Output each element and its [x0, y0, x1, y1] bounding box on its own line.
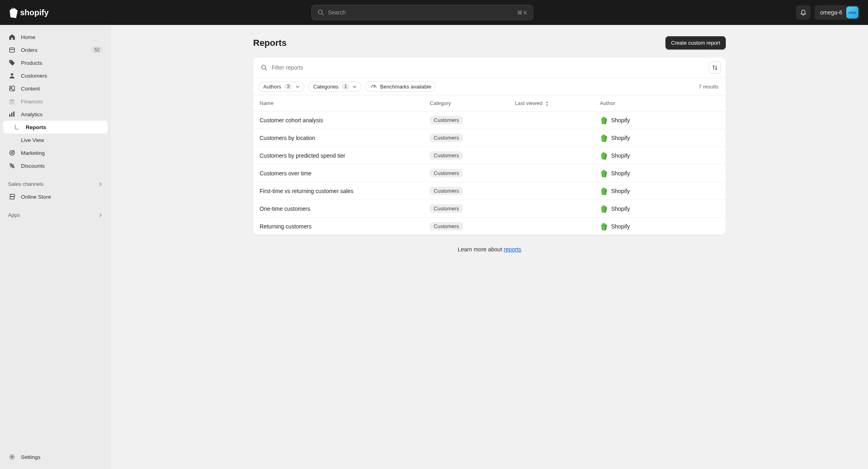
section-label: Apps [8, 212, 20, 218]
sidebar-item-label: Products [21, 60, 42, 66]
sidebar-item-label: Reports [26, 124, 46, 130]
shopify-bag-icon [8, 7, 18, 18]
sidebar-item-home[interactable]: Home [3, 31, 108, 43]
col-name[interactable]: Name [253, 95, 423, 111]
notifications-button[interactable] [796, 5, 811, 20]
sidebar-item-label: Online Store [21, 194, 51, 200]
svg-point-10 [11, 152, 13, 154]
products-icon [8, 59, 16, 67]
cell-name: Customers by location [253, 129, 423, 147]
filter-row [253, 58, 726, 78]
pill-label: Authors [263, 84, 281, 90]
table-row[interactable]: Customer cohort analysisCustomersShopify [253, 111, 726, 129]
section-label: Sales channels [8, 181, 43, 187]
cell-last-viewed [508, 165, 594, 182]
learn-link[interactable]: reports [504, 246, 521, 253]
search-icon [260, 64, 268, 71]
sidebar-item-analytics[interactable]: Analytics [3, 108, 108, 121]
cell-author: Shopify [594, 165, 726, 182]
cell-name: First-time vs returning customer sales [253, 182, 423, 200]
sidebar-item-finances[interactable]: Finances [3, 95, 108, 108]
svg-point-15 [262, 65, 266, 69]
sidebar-item-orders[interactable]: Orders 52 [3, 43, 108, 56]
shopify-badge-icon [600, 116, 607, 124]
create-report-button[interactable]: Create custom report [665, 36, 726, 49]
svg-rect-6 [9, 114, 10, 117]
content-icon [8, 84, 16, 93]
svg-point-5 [11, 87, 12, 88]
cell-last-viewed [508, 129, 594, 147]
sidebar-item-online-store[interactable]: Online Store [3, 190, 108, 203]
sidebar-item-content[interactable]: Content [3, 82, 108, 95]
cell-last-viewed [508, 200, 594, 218]
chevron-right-icon [98, 213, 103, 218]
cell-category: Customers [423, 129, 508, 147]
sidebar-section-sales-channels[interactable]: Sales channels [3, 178, 108, 190]
sidebar-item-label: Content [21, 86, 40, 92]
cell-name: Customer cohort analysis [253, 111, 423, 129]
results-count: 7 results [699, 84, 721, 90]
search-box[interactable]: ⌘ K [311, 5, 533, 20]
marketing-icon [8, 149, 16, 157]
table-row[interactable]: Customers over timeCustomersShopify [253, 165, 726, 182]
finances-icon [8, 97, 16, 105]
filter-input-wrap [258, 62, 706, 73]
sidebar-item-label: Settings [21, 454, 41, 460]
svg-line-1 [322, 14, 323, 15]
sidebar-item-label: Analytics [21, 111, 43, 117]
search-container: ⌘ K [49, 5, 796, 20]
col-category[interactable]: Category [423, 95, 508, 111]
svg-point-0 [318, 10, 322, 14]
sidebar-item-products[interactable]: Products [3, 56, 108, 69]
table-row[interactable]: One-time customersCustomersShopify [253, 200, 726, 218]
sidebar-item-live-view[interactable]: Live View [3, 134, 108, 146]
filter-input[interactable] [272, 62, 703, 73]
brand-text: shopify [20, 8, 49, 17]
top-header: shopify ⌘ K omega-6 ome [0, 0, 868, 25]
cell-category: Customers [423, 182, 508, 200]
cell-author: Shopify [594, 147, 726, 165]
col-author[interactable]: Author [594, 95, 726, 111]
sidebar-item-reports[interactable]: Reports [3, 121, 108, 134]
sort-button[interactable] [709, 62, 721, 74]
learn-prefix: Learn more about [458, 246, 504, 253]
account-button[interactable]: omega-6 ome [815, 5, 860, 20]
filter-categories[interactable]: Categories 1 [308, 82, 362, 92]
avatar: ome [846, 6, 858, 19]
discounts-icon [8, 162, 16, 170]
col-last-viewed[interactable]: Last viewed [508, 95, 594, 111]
brand-logo[interactable]: shopify [8, 7, 49, 18]
shopify-badge-icon [600, 169, 607, 177]
sidebar-item-marketing[interactable]: Marketing [3, 146, 108, 159]
pill-row: Authors 3 Categories 1 Benchmarks availa… [253, 78, 726, 95]
account-name: omega-6 [820, 9, 842, 16]
cell-category: Customers [423, 200, 508, 218]
sidebar-item-label: Live View [21, 137, 44, 143]
customers-icon [8, 72, 16, 80]
filter-benchmarks[interactable]: Benchmarks available [365, 81, 436, 92]
search-shortcut: ⌘ K [517, 10, 527, 16]
reports-table: Name Category Last viewed Author Custome… [253, 95, 726, 235]
search-input[interactable] [328, 9, 517, 16]
chevron-right-icon [98, 182, 103, 187]
shopify-badge-icon [600, 222, 607, 230]
svg-line-13 [10, 164, 14, 167]
pill-label: Categories [313, 84, 339, 90]
sidebar-section-apps[interactable]: Apps [3, 209, 108, 221]
cell-author: Shopify [594, 111, 726, 129]
sidebar-item-settings[interactable]: Settings [3, 450, 108, 463]
sidebar-item-label: Home [21, 34, 35, 40]
table-row[interactable]: Customers by predicted spend tierCustome… [253, 147, 726, 165]
sidebar-item-label: Discounts [21, 163, 45, 169]
page-header: Reports Create custom report [253, 36, 726, 49]
table-row[interactable]: First-time vs returning customer salesCu… [253, 182, 726, 200]
table-row[interactable]: Returning customersCustomersShopify [253, 218, 726, 235]
sidebar-item-discounts[interactable]: Discounts [3, 159, 108, 172]
sidebar-item-label: Finances [21, 99, 43, 105]
table-row[interactable]: Customers by locationCustomersShopify [253, 129, 726, 147]
svg-point-14 [11, 456, 13, 458]
gauge-icon [371, 83, 377, 90]
filter-authors[interactable]: Authors 3 [258, 82, 304, 92]
sidebar-item-customers[interactable]: Customers [3, 69, 108, 82]
cell-last-viewed [508, 111, 594, 129]
